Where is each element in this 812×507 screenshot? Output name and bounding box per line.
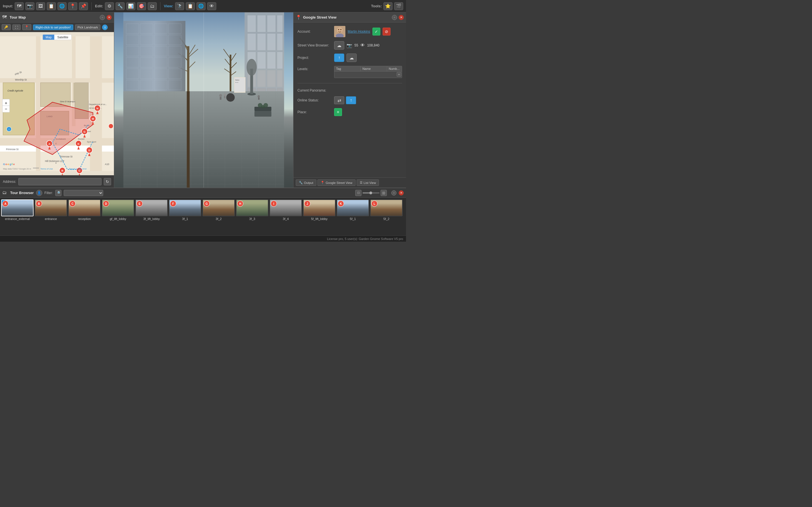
thumb-img-wrap-k: K xyxy=(337,200,369,216)
thumb-label-e: 3f_lift_lobby xyxy=(143,217,160,221)
gsv-tab[interactable]: 📍 Google Street View xyxy=(317,179,356,186)
pick-landmark-btn[interactable]: Pick Landmark xyxy=(75,24,101,30)
levels-label: Levels: xyxy=(297,66,331,71)
filter-dropdown[interactable] xyxy=(64,190,103,196)
user-name[interactable]: Martin Hopkins xyxy=(348,30,370,34)
project-download-btn[interactable]: ☁ xyxy=(347,54,357,62)
output-label: Output xyxy=(304,181,313,184)
address-go-btn[interactable]: ↻ xyxy=(104,178,111,185)
svg-rect-118 xyxy=(257,15,266,32)
thumb-badge-i: I xyxy=(271,201,277,207)
edit-btn-5[interactable]: 🗂 xyxy=(148,2,157,10)
add-level-btn[interactable]: + xyxy=(397,72,401,76)
online-status-btn-2[interactable]: ↑ xyxy=(346,96,356,104)
view-btn-2[interactable]: 📋 xyxy=(186,2,195,10)
thumbnail-item-f[interactable]: F3f_1 xyxy=(169,200,201,221)
input-btn-2[interactable]: 📷 xyxy=(26,2,35,10)
thumbnails-scroll[interactable]: Aientrance_externalBentranceCreceptionDg… xyxy=(0,198,406,235)
view-btn-3[interactable]: 🌐 xyxy=(197,2,206,10)
thumbnail-item-d[interactable]: Dgf_lift_lobby xyxy=(102,200,134,221)
output-tab[interactable]: 🔧 Output xyxy=(296,179,316,186)
map-tab[interactable]: Map xyxy=(43,35,54,40)
address-input[interactable] xyxy=(18,178,101,185)
map-content[interactable]: Map Satellite xyxy=(0,32,114,175)
thumb-large-icon[interactable]: ⊞ xyxy=(380,190,387,196)
svg-text:+: + xyxy=(5,101,7,105)
svg-rect-5 xyxy=(36,36,41,171)
gsv-close-btn[interactable]: ✕ xyxy=(399,15,404,20)
center-panel[interactable]: Notice Board xyxy=(114,12,293,187)
info-btn[interactable]: i xyxy=(102,24,108,30)
input-btn-1[interactable]: 🗺 xyxy=(15,2,24,10)
svg-rect-119 xyxy=(267,15,276,32)
browser-person-btn[interactable]: 👤 xyxy=(36,190,42,196)
tools-btn-2[interactable]: 🎬 xyxy=(394,2,403,10)
edit-btn-4[interactable]: 🎯 xyxy=(137,2,146,10)
browser-close-btn[interactable]: ✕ xyxy=(399,190,404,195)
project-row: Project: ↑ ☁ xyxy=(297,54,402,62)
levels-table: Tag Name Numb... + xyxy=(334,66,402,78)
svg-rect-131 xyxy=(267,70,276,87)
svb-cloud-btn[interactable]: ☁ xyxy=(334,41,344,50)
filter-label: Filter: xyxy=(45,191,53,195)
account-verify-btn[interactable]: ✓ xyxy=(372,27,380,36)
input-btn-3[interactable]: 🖼 xyxy=(36,2,45,10)
input-btn-5[interactable]: 🌐 xyxy=(57,2,66,10)
thumbnail-item-e[interactable]: E3f_lift_lobby xyxy=(135,200,168,221)
project-upload-btn[interactable]: ↑ xyxy=(334,54,344,62)
gsv-settings-btn[interactable]: ○ xyxy=(392,15,397,20)
thumb-img-wrap-c: C xyxy=(68,200,101,216)
input-btn-7[interactable]: 📌 xyxy=(79,2,88,10)
account-remove-btn[interactable]: ⊘ xyxy=(383,27,391,36)
edit-btn-2[interactable]: 🔧 xyxy=(116,2,124,10)
browser-settings-btn[interactable]: ○ xyxy=(391,190,396,195)
input-btn-6[interactable]: 📍 xyxy=(68,2,77,10)
edit-btn-3[interactable]: 📊 xyxy=(126,2,135,10)
thumbnail-item-k[interactable]: K5f_1 xyxy=(337,200,369,221)
thumbnail-item-j[interactable]: J5f_lift_lobby xyxy=(303,200,336,221)
expand-tool-btn[interactable]: ⛶ xyxy=(12,24,20,30)
svg-rect-117 xyxy=(248,15,256,32)
svg-text:M: M xyxy=(92,117,94,120)
thumbnail-item-h[interactable]: H3f_3 xyxy=(236,200,268,221)
key-tool-btn[interactable]: 🔑 xyxy=(2,24,11,30)
thumb-label-h: 3f_3 xyxy=(249,217,255,221)
size-slider[interactable] xyxy=(363,192,379,193)
thumb-label-a: entrance_external xyxy=(5,217,30,221)
svg-text:Report a map error: Report a map error xyxy=(69,168,87,170)
online-status-content: ⇄ ↑ xyxy=(334,96,402,104)
sep-2 xyxy=(160,2,160,10)
thumb-badge-h: H xyxy=(237,201,243,207)
tour-map-close-btn[interactable]: ✕ xyxy=(107,15,112,20)
thumbnail-item-c[interactable]: Creception xyxy=(68,200,101,221)
input-btn-4[interactable]: 📋 xyxy=(47,2,56,10)
thumbnail-item-i[interactable]: I3f_4 xyxy=(269,200,302,221)
tour-map-minimize-btn[interactable]: ○ xyxy=(100,15,105,20)
thumb-label-b: entrance xyxy=(45,217,57,221)
svg-text:−: − xyxy=(5,107,7,111)
tools-btn-1[interactable]: ⭐ xyxy=(384,2,393,10)
thumbnail-item-a[interactable]: Aientrance_external xyxy=(1,200,34,221)
thumbnail-item-b[interactable]: Bentrance xyxy=(35,200,67,221)
satellite-tab[interactable]: Satellite xyxy=(54,35,71,40)
online-status-btn-1[interactable]: ⇄ xyxy=(334,96,344,104)
svb-label: Street View Browser: xyxy=(297,43,331,47)
thumbnail-item-l[interactable]: L5f_2 xyxy=(370,200,403,221)
edit-btn-1[interactable]: ⚙ xyxy=(105,2,114,10)
view-btn-4[interactable]: 👁 xyxy=(207,2,216,10)
thumb-label-j: 5f_lift_lobby xyxy=(311,217,327,221)
street-view-image[interactable]: Notice Board xyxy=(114,12,293,187)
list-view-tab[interactable]: ☰ List View xyxy=(357,179,379,186)
svg-text:Notice: Notice xyxy=(236,79,239,81)
view-count: 108,840 xyxy=(367,43,379,47)
place-add-btn[interactable]: + xyxy=(334,108,342,116)
view-btn-1[interactable]: 🔭 xyxy=(175,2,184,10)
levels-col-name: Name xyxy=(361,66,387,71)
place-row: Place: + xyxy=(297,108,402,116)
user-avatar xyxy=(334,26,345,37)
thumb-small-icon[interactable]: ⊡ xyxy=(355,190,361,196)
location-tool-btn[interactable]: 📍 xyxy=(22,24,31,30)
filter-icon-btn[interactable]: 🔎 xyxy=(55,190,61,196)
thumbnail-item-g[interactable]: G3f_2 xyxy=(202,200,235,221)
map-svg: Credit Agricole Gino D' Acampo H ship St… xyxy=(0,32,114,175)
